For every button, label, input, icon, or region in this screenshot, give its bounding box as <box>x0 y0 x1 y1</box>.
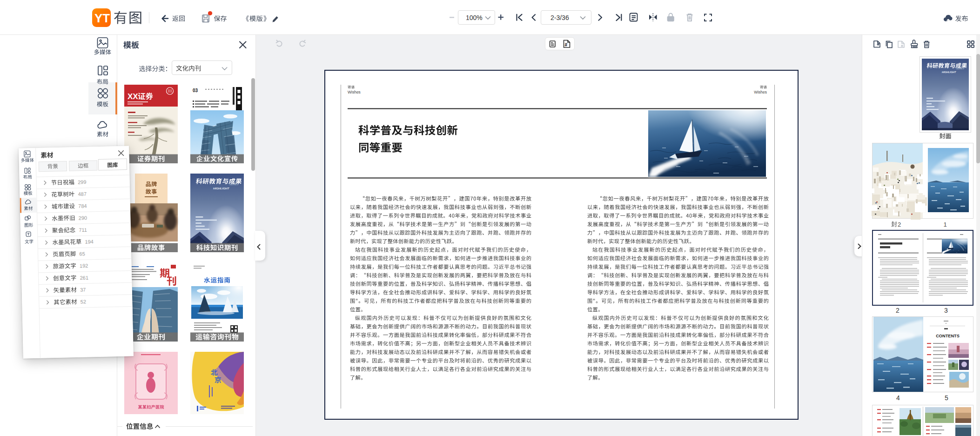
svg-text:711: 711 <box>79 227 87 233</box>
svg-text:192: 192 <box>80 263 88 268</box>
svg-text:290: 290 <box>79 215 87 221</box>
svg-text:52: 52 <box>81 299 87 304</box>
svg-text:37: 37 <box>80 287 86 292</box>
svg-text:784: 784 <box>78 203 87 208</box>
svg-text:261: 261 <box>80 275 88 281</box>
svg-text:487: 487 <box>78 191 87 197</box>
svg-text:194: 194 <box>85 239 94 244</box>
svg-text:65: 65 <box>79 251 85 256</box>
svg-text:299: 299 <box>78 179 87 185</box>
